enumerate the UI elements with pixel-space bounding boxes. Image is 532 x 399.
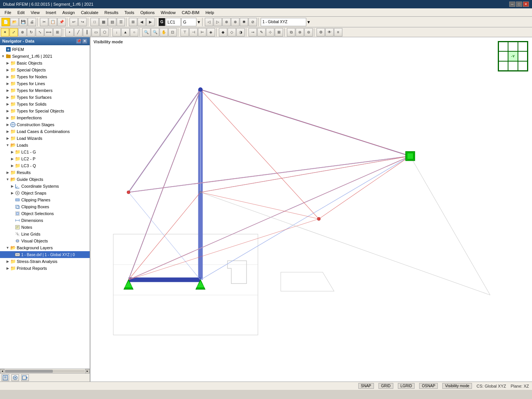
cs-dropdown[interactable]: 1 - Global XYZ [261,18,306,26]
tb-line[interactable]: ╱ [74,28,82,36]
tree-item-types-members[interactable]: 📁 Types for Members [0,87,90,94]
menu-results[interactable]: Results [101,10,122,16]
tb-view-side[interactable]: ⊢ [198,28,206,36]
menu-help[interactable]: Help [203,10,217,16]
special-toggle[interactable] [5,68,10,72]
lc-g[interactable]: G [181,18,196,26]
tb-cut[interactable]: ✂ [40,18,48,26]
nav-tree[interactable]: R RFEM Segment_1.rf6 | 2021 📁 Basic Obje… [0,45,90,369]
close-button[interactable]: ✕ [523,2,529,7]
menu-file[interactable]: File [2,10,14,16]
bglayers-toggle[interactable] [5,245,10,250]
tb-move[interactable]: ⊕ [18,28,27,36]
hscroll-track[interactable] [5,370,85,373]
lc3-toggle[interactable] [10,163,14,168]
tree-item-rfem[interactable]: R RFEM [0,46,90,53]
tree-item-coords[interactable]: Coordinate Systems [0,183,90,190]
tb-rotate[interactable]: ↻ [27,28,35,36]
tree-item-special[interactable]: 📁 Special Objects [0,66,90,73]
tb-view6[interactable]: ⊘ [249,18,257,26]
tree-item-bglayer1[interactable]: 1 - Base.dxf | 1 - Global XYZ | 0 [0,251,90,258]
osnap-button[interactable]: OSNAP [419,383,438,389]
tb-snap2[interactable]: ⊹ [266,28,274,36]
tree-item-linegrids[interactable]: Line Grids [0,231,90,238]
tb-shade[interactable]: ◑ [236,28,245,36]
tree-item-snaps[interactable]: Object Snaps [0,190,90,196]
tb-release[interactable]: ○ [130,28,138,36]
types-surfaces-toggle[interactable] [5,95,10,100]
tree-item-guide[interactable]: 📂 Guide Objects [0,176,90,183]
types-lines-toggle[interactable] [5,81,10,86]
tb-measure[interactable]: ⊸ [249,28,257,36]
tb-display[interactable]: 👁 [325,28,334,36]
tree-item-basic[interactable]: 📁 Basic Objects [0,60,90,66]
imperfections-toggle[interactable] [5,116,10,120]
tb-calc[interactable]: G [158,18,165,26]
segment-toggle[interactable] [1,54,5,59]
tb-settings[interactable]: ⚙ [317,28,325,36]
loadwizards-toggle[interactable] [5,136,10,141]
tb-grid[interactable]: ▦ [99,18,108,26]
tb-more1[interactable]: ⧉ [287,28,295,36]
tb-table[interactable]: ▤ [108,18,116,26]
tree-item-loadwizards[interactable]: 📁 Load Wizards [0,135,90,142]
lc-select[interactable]: LC1 [166,18,181,26]
minimize-button[interactable]: ─ [509,2,515,7]
tree-item-results[interactable]: 📁 Results [0,169,90,176]
menu-options[interactable]: Options [137,10,158,16]
tree-item-loadcases[interactable]: 📁 Load Cases & Combinations [0,128,90,135]
lc2-toggle[interactable] [10,157,14,161]
types-members-toggle[interactable] [5,88,10,93]
tb-new[interactable]: 📄 [2,18,10,26]
lc-dropdown-arrow[interactable]: ▼ [197,18,201,26]
loadcases-toggle[interactable] [5,129,10,134]
tree-item-lc2[interactable]: 📁 LC2 - P [0,155,90,162]
tb-render[interactable]: ◆ [219,28,227,36]
nav-view-btn[interactable] [11,374,19,381]
tb-view-top[interactable]: ⊤ [180,28,189,36]
tb-annotate[interactable]: ✎ [257,28,266,36]
tb-view-iso[interactable]: ◈ [207,28,215,36]
tree-item-bglayers[interactable]: 📂 Background Layers [0,244,90,251]
snap-button[interactable]: SNAP [358,383,374,389]
menu-cadbim[interactable]: CAD-BIM [179,10,202,16]
tb-zoom-out[interactable]: 🔍 [151,28,159,36]
menu-tools[interactable]: Tools [121,10,137,16]
lc1-toggle[interactable] [10,150,14,154]
tb-print[interactable]: 🖨 [28,18,36,26]
tree-item-notes[interactable]: Notes [0,224,90,231]
cs-dropdown-arrow[interactable]: ▼ [307,18,311,26]
tb-view5[interactable]: ✱ [240,18,248,26]
tree-item-lc1[interactable]: 📁 LC1 - G [0,149,90,155]
tree-item-dimensions[interactable]: Dimensions [0,217,90,224]
tb-undo[interactable]: ↩ [70,18,78,26]
types-solids-toggle[interactable] [5,102,10,106]
tb-select[interactable]: ✦ [1,28,9,36]
hscroll-right[interactable]: ▸ [85,369,90,374]
tree-item-types-solids[interactable]: 📁 Types for Solids [0,101,90,108]
printout-toggle[interactable] [5,266,10,271]
tree-item-stress[interactable]: 📁 Stress-Strain Analysis [0,258,90,265]
tb-zoom-in[interactable]: 🔍 [142,28,150,36]
tb-member[interactable]: ┃ [83,28,91,36]
tb-layers[interactable]: ≡ [334,28,342,36]
tb-paste[interactable]: 📌 [57,18,66,26]
tree-item-obj-selections[interactable]: Object Selections [0,210,90,217]
nav-close[interactable]: ✕ [82,38,87,44]
tree-item-types-surfaces[interactable]: 📁 Types for Surfaces [0,94,90,101]
nav-data-btn[interactable] [2,374,9,381]
results-toggle[interactable] [5,170,10,175]
tb-grid2[interactable]: ⊠ [275,28,283,36]
tree-item-segment[interactable]: Segment_1.rf6 | 2021 [0,53,90,60]
basic-toggle[interactable] [5,61,10,65]
tb-open[interactable]: 📂 [10,18,19,26]
hscroll-left[interactable]: ◂ [0,369,5,374]
tb-load[interactable]: ↓ [112,28,121,36]
visibility-button[interactable]: Visibility mode [442,383,472,389]
tb-view2[interactable]: ▷ [214,18,222,26]
viewport[interactable]: Visibility mode [90,37,532,382]
tree-item-types-nodes[interactable]: 📁 Types for Nodes [0,73,90,80]
tree-item-construction[interactable]: Construction Stages [0,121,90,128]
guide-toggle[interactable] [5,177,10,182]
view-compass[interactable]: -Y [498,41,528,71]
